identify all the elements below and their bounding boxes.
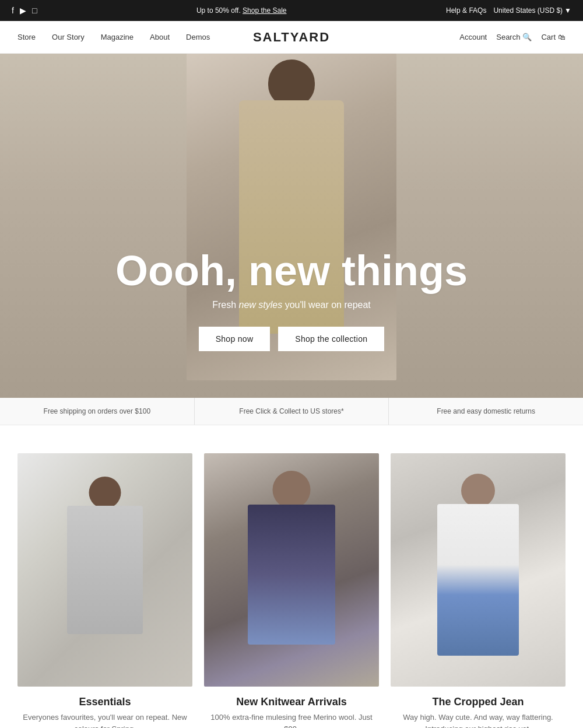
nav-links-left: Store Our Story Magazine About Demos [17, 33, 210, 41]
product-desc-cropped-jean: Way high. Way cute. And way, way flatter… [391, 712, 566, 728]
product-title-essentials: Essentials [17, 696, 192, 708]
cart-button[interactable]: Cart 🛍 [541, 33, 566, 41]
info-returns: Free and easy domestic returns [389, 398, 583, 425]
shop-collection-button[interactable]: Shop the collection [278, 327, 384, 351]
nav-store[interactable]: Store [17, 33, 36, 41]
hero-content: Oooh, new things Fresh new styles you'll… [115, 248, 468, 351]
search-button[interactable]: Search 🔍 [496, 33, 532, 41]
help-link[interactable]: Help & FAQs [446, 6, 486, 15]
nav-our-story[interactable]: Our Story [52, 33, 85, 41]
hero-title: Oooh, new things [115, 248, 468, 294]
account-link[interactable]: Account [459, 33, 487, 41]
top-bar-right: Help & FAQs United States (USD $) ▼ [446, 6, 571, 15]
hero-subtitle: Fresh new styles you'll wear on repeat [115, 300, 468, 310]
product-card-cropped-jean[interactable]: The Cropped Jean Way high. Way cute. And… [391, 453, 566, 728]
products-section: Essentials Everyones favourites, you'll … [0, 425, 583, 728]
product-title-cropped-jean: The Cropped Jean [391, 696, 566, 708]
products-grid: Essentials Everyones favourites, you'll … [17, 453, 566, 728]
hero-section: Oooh, new things Fresh new styles you'll… [0, 54, 583, 398]
cart-icon: 🛍 [558, 33, 566, 41]
promo-banner: Up to 50% off. Shop the Sale [37, 6, 446, 15]
instagram-icon[interactable]: □ [32, 6, 37, 15]
product-desc-knitwear: 100% extra-fine mulesing free Merino woo… [204, 712, 379, 728]
region-selector[interactable]: United States (USD $) ▼ [493, 6, 571, 15]
promo-link[interactable]: Shop the Sale [243, 6, 286, 15]
promo-text: Up to 50% off. [196, 6, 243, 15]
nav-about[interactable]: About [150, 33, 170, 41]
shop-now-button[interactable]: Shop now [199, 327, 271, 351]
search-icon: 🔍 [522, 33, 532, 41]
hero-subtitle-italic: new styles [239, 300, 283, 310]
product-image-essentials [17, 453, 192, 687]
hero-buttons: Shop now Shop the collection [115, 327, 468, 351]
nav-magazine[interactable]: Magazine [101, 33, 134, 41]
social-links: f ▶ □ [12, 6, 37, 15]
youtube-icon[interactable]: ▶ [20, 6, 26, 15]
nav-demos[interactable]: Demos [186, 33, 210, 41]
hero-subtitle-end: you'll wear on repeat [282, 300, 371, 310]
info-shipping: Free shipping on orders over $100 [0, 398, 195, 425]
main-nav: Store Our Story Magazine About Demos SAL… [0, 21, 583, 54]
product-card-essentials[interactable]: Essentials Everyones favourites, you'll … [17, 453, 192, 728]
product-title-knitwear: New Knitwear Arrivals [204, 696, 379, 708]
product-card-knitwear[interactable]: New Knitwear Arrivals 100% extra-fine mu… [204, 453, 379, 728]
nav-links-right: Account Search 🔍 Cart 🛍 [459, 33, 566, 41]
facebook-icon[interactable]: f [12, 6, 14, 15]
product-image-knitwear [204, 453, 379, 687]
brand-logo[interactable]: SALTYARD [253, 30, 330, 45]
info-bar: Free shipping on orders over $100 Free C… [0, 398, 583, 425]
info-click-collect: Free Click & Collect to US stores* [195, 398, 389, 425]
top-bar: f ▶ □ Up to 50% off. Shop the Sale Help … [0, 0, 583, 21]
chevron-down-icon: ▼ [564, 6, 571, 15]
hero-subtitle-plain: Fresh [212, 300, 238, 310]
product-image-cropped-jean [391, 453, 566, 687]
product-desc-essentials: Everyones favourites, you'll wear on rep… [17, 712, 192, 728]
